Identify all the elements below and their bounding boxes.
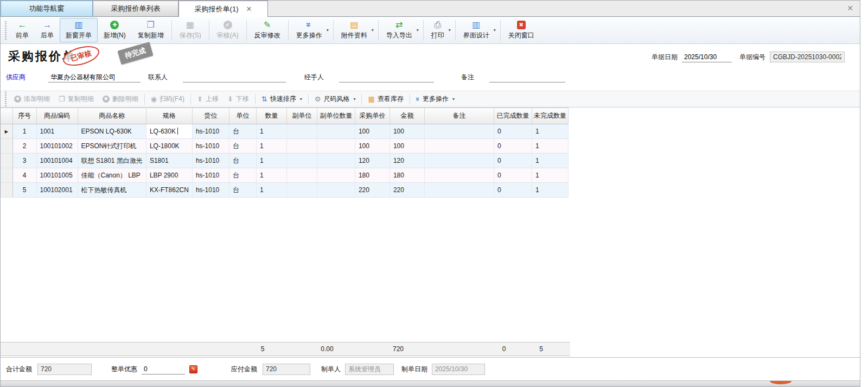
column-header-done[interactable]: 已完成数量 [494, 108, 532, 124]
strip-close-icon[interactable]: ✕ [847, 4, 853, 12]
toolbar-drag-handle[interactable] [5, 21, 7, 40]
row-selector-cell[interactable] [1, 139, 12, 154]
cell-seq[interactable]: 5 [12, 183, 36, 198]
cell-unit[interactable]: 台 [229, 124, 256, 139]
contact-input[interactable] [183, 72, 286, 83]
cell-price[interactable]: 100 [355, 139, 390, 154]
column-header-subqty[interactable]: 副单位数量 [317, 108, 355, 124]
cell-subunit[interactable] [286, 139, 317, 154]
toolbar-attachments-button[interactable]: ▤附件资料▾ [335, 18, 376, 42]
cell-undone[interactable]: 1 [532, 183, 568, 198]
cell-amount[interactable]: 180 [390, 168, 424, 183]
cell-remark[interactable] [424, 139, 494, 154]
cell-name[interactable]: 联想 S1801 黑白激光 [78, 154, 146, 168]
doc-date-input[interactable] [682, 52, 732, 62]
cell-subunit[interactable] [286, 154, 317, 168]
discount-input[interactable] [142, 364, 185, 375]
toolbar-add-new-button[interactable]: ✚新增(N) [98, 18, 132, 42]
table-row[interactable]: 4100101005佳能（Canon） LBPLBP 2900hs-1010台1… [1, 168, 568, 183]
cell-name[interactable]: 佳能（Canon） LBP [78, 168, 146, 183]
toolbar-import-export-button[interactable]: ⇄导入导出▾ [380, 18, 422, 42]
discount-edit-icon[interactable]: ✎ [189, 365, 197, 373]
cell-name[interactable]: EPSON LQ-630K [78, 124, 146, 139]
cell-seq[interactable]: 1 [12, 124, 36, 139]
chevron-down-icon[interactable]: ▾ [327, 28, 329, 33]
cell-remark[interactable] [424, 124, 494, 139]
cell-amount[interactable]: 120 [390, 154, 424, 168]
cell-spec[interactable]: LBP 2900 [146, 168, 192, 183]
toolbar-drag-handle[interactable] [5, 90, 7, 109]
cell-subqty[interactable] [317, 139, 355, 154]
column-header-spec[interactable]: 规格 [146, 108, 192, 124]
cell-subqty[interactable] [317, 124, 355, 139]
table-row[interactable]: 3100101004联想 S1801 黑白激光S1801hs-1010台1120… [1, 154, 568, 168]
make-date-field[interactable] [432, 364, 485, 375]
column-header-loc[interactable]: 货位 [192, 108, 229, 124]
cell-name[interactable]: 松下热敏传真机 [78, 183, 146, 198]
column-header-remark[interactable]: 备注 [424, 108, 494, 124]
cell-qty[interactable]: 1 [256, 154, 286, 168]
cell-done[interactable]: 0 [494, 183, 532, 198]
column-header-code[interactable]: 商品编码 [36, 108, 78, 124]
detail-toolbar-size-style-button[interactable]: ⚙尺码风格▾ [310, 93, 360, 106]
toolbar-new-window-button[interactable]: ▥新窗开单 [60, 18, 98, 42]
cell-name[interactable]: EPSON针式打印机 [78, 139, 146, 154]
cell-spec[interactable]: S1801 [146, 154, 192, 168]
column-header-name[interactable]: 商品名称 [78, 108, 146, 124]
cell-undone[interactable]: 1 [532, 154, 568, 168]
cell-unit[interactable]: 台 [229, 183, 256, 198]
cell-price[interactable]: 220 [355, 183, 390, 198]
cell-done[interactable]: 0 [494, 139, 532, 154]
detail-toolbar-quick-sort-button[interactable]: ⇅快速排序▾ [257, 93, 307, 106]
cell-loc[interactable]: hs-1010 [192, 168, 229, 183]
chevron-down-icon[interactable]: ▾ [452, 97, 455, 101]
payable-field[interactable] [263, 364, 310, 375]
supplier-link[interactable]: 供应商 [6, 73, 25, 82]
cell-undone[interactable]: 1 [532, 124, 568, 139]
cell-price[interactable]: 120 [355, 154, 390, 168]
cell-remark[interactable] [424, 168, 494, 183]
chevron-down-icon[interactable]: ▾ [417, 28, 419, 33]
chevron-down-icon[interactable]: ▾ [449, 28, 451, 33]
column-header-qty[interactable]: 数量 [256, 108, 286, 124]
cell-loc[interactable]: hs-1010 [192, 124, 229, 139]
detail-toolbar-more-actions-detail-button[interactable]: »更多操作▾ [412, 93, 459, 106]
cell-undone[interactable]: 1 [532, 168, 568, 183]
cell-spec[interactable]: LQ-1800K [146, 139, 192, 154]
cell-loc[interactable]: hs-1010 [192, 139, 229, 154]
remark-input[interactable] [489, 72, 565, 83]
row-selector-header[interactable] [1, 108, 12, 124]
cell-qty[interactable]: 1 [256, 139, 286, 154]
toolbar-next-doc-button[interactable]: →后单 [35, 18, 60, 42]
cell-subqty[interactable] [317, 183, 355, 198]
supplier-input[interactable] [48, 72, 141, 83]
tab-quotation-active[interactable]: 采购报价单(1) ✕ [178, 1, 268, 17]
column-header-unit[interactable]: 单位 [229, 108, 256, 124]
cell-unit[interactable]: 台 [229, 139, 256, 154]
cell-remark[interactable] [424, 154, 494, 168]
cell-subqty[interactable] [317, 154, 355, 168]
column-header-seq[interactable]: 序号 [12, 108, 36, 124]
maker-field[interactable] [345, 364, 394, 375]
total-amount-field[interactable] [37, 364, 92, 375]
column-header-amount[interactable]: 金额 [390, 108, 424, 124]
cell-code[interactable]: 100101004 [36, 154, 78, 168]
chevron-down-icon[interactable]: ▾ [372, 28, 374, 33]
cell-price[interactable]: 180 [355, 168, 390, 183]
doc-number-field[interactable] [770, 52, 845, 62]
cell-seq[interactable]: 3 [12, 154, 36, 168]
cell-code[interactable]: 1001 [36, 124, 78, 139]
cell-remark[interactable] [424, 183, 494, 198]
chevron-down-icon[interactable]: ▾ [300, 97, 302, 101]
row-selector-cell[interactable] [1, 183, 12, 198]
cell-done[interactable]: 0 [494, 168, 532, 183]
cell-done[interactable]: 0 [494, 154, 532, 168]
cell-code[interactable]: 100101002 [36, 139, 78, 154]
tab-nav-panel[interactable]: 功能导航窗 [1, 1, 93, 16]
row-selector-cell[interactable] [1, 154, 12, 168]
cell-seq[interactable]: 2 [12, 139, 36, 154]
chevron-down-icon[interactable]: ▾ [494, 28, 496, 33]
cell-loc[interactable]: hs-1010 [192, 183, 229, 198]
cell-price[interactable]: 100 [355, 124, 390, 139]
cell-unit[interactable]: 台 [229, 154, 256, 168]
